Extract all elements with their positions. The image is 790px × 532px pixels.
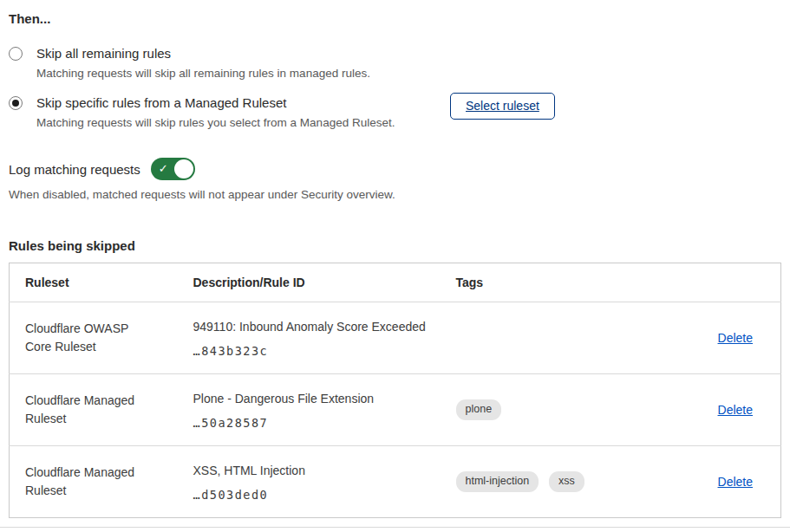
- rule-id: …843b323c: [193, 344, 456, 358]
- delete-link[interactable]: Delete: [718, 331, 753, 345]
- delete-link[interactable]: Delete: [718, 475, 753, 489]
- delete-link[interactable]: Delete: [718, 403, 753, 417]
- column-header-actions: [653, 263, 781, 302]
- rule-config-panel: Then... Skip all remaining rules Matchin…: [0, 0, 790, 518]
- tag-pill: html-injection: [456, 471, 539, 492]
- option-description: Matching requests will skip all remainin…: [36, 66, 370, 81]
- option-label[interactable]: Skip specific rules from a Managed Rules…: [36, 94, 395, 112]
- ruleset-name: Cloudflare Managed Ruleset: [25, 464, 193, 500]
- logging-section: Log matching requests ✓ When disabled, m…: [9, 158, 780, 203]
- ruleset-name: Cloudflare OWASP Core Ruleset: [25, 320, 193, 356]
- check-icon: ✓: [159, 163, 168, 174]
- rule-description: XSS, HTML Injection: [193, 463, 456, 478]
- toggle-knob: [174, 159, 193, 178]
- tag-pill: plone: [456, 399, 502, 420]
- option-text-block: Skip all remaining rules Matching reques…: [36, 45, 370, 81]
- tags-cell: [456, 302, 653, 374]
- tags-cell: plone: [456, 374, 653, 446]
- log-matching-requests-toggle[interactable]: ✓: [151, 158, 195, 180]
- table-row: Cloudflare OWASP Core Ruleset 949110: In…: [10, 302, 781, 374]
- select-ruleset-button[interactable]: Select ruleset: [450, 93, 555, 120]
- log-toggle-row: Log matching requests ✓: [9, 158, 780, 180]
- option-text-block: Skip specific rules from a Managed Rules…: [36, 94, 395, 131]
- option-description: Matching requests will skip rules you se…: [36, 115, 395, 131]
- column-header-description-rule-id: Description/Rule ID: [193, 263, 456, 302]
- table-row: Cloudflare Managed Ruleset Plone - Dange…: [10, 374, 781, 446]
- tags-cell: html-injection xss: [456, 446, 653, 518]
- action-radio-group: Skip all remaining rules Matching reques…: [9, 45, 780, 131]
- then-heading: Then...: [9, 10, 780, 27]
- section-divider: [0, 527, 790, 528]
- rule-description: 949110: Inbound Anomaly Score Exceeded: [193, 319, 456, 334]
- table-row: Cloudflare Managed Ruleset XSS, HTML Inj…: [10, 446, 781, 518]
- rule-description: Plone - Dangerous File Extension: [193, 391, 456, 406]
- column-header-ruleset: Ruleset: [10, 263, 193, 302]
- rule-id: …d503ded0: [193, 488, 456, 502]
- column-header-tags: Tags: [456, 263, 653, 302]
- skipped-rules-table: Ruleset Description/Rule ID Tags Cloudfl…: [9, 263, 781, 518]
- tag-pill: xss: [549, 471, 584, 492]
- rules-being-skipped-section: Rules being skipped Ruleset Description/…: [9, 238, 780, 518]
- option-label[interactable]: Skip all remaining rules: [36, 45, 370, 62]
- option-skip-all-remaining: Skip all remaining rules Matching reques…: [9, 45, 780, 81]
- option-skip-specific-rules: Skip specific rules from a Managed Rules…: [9, 94, 780, 131]
- radio-skip-specific-rules[interactable]: [9, 96, 23, 110]
- rule-id: …50a28587: [193, 416, 456, 430]
- ruleset-name: Cloudflare Managed Ruleset: [25, 392, 193, 428]
- log-matching-requests-label: Log matching requests: [9, 162, 140, 177]
- rules-being-skipped-heading: Rules being skipped: [9, 238, 780, 253]
- table-header-row: Ruleset Description/Rule ID Tags: [10, 263, 781, 302]
- radio-skip-all-remaining[interactable]: [9, 47, 23, 61]
- logging-description: When disabled, matched requests will not…: [9, 187, 780, 203]
